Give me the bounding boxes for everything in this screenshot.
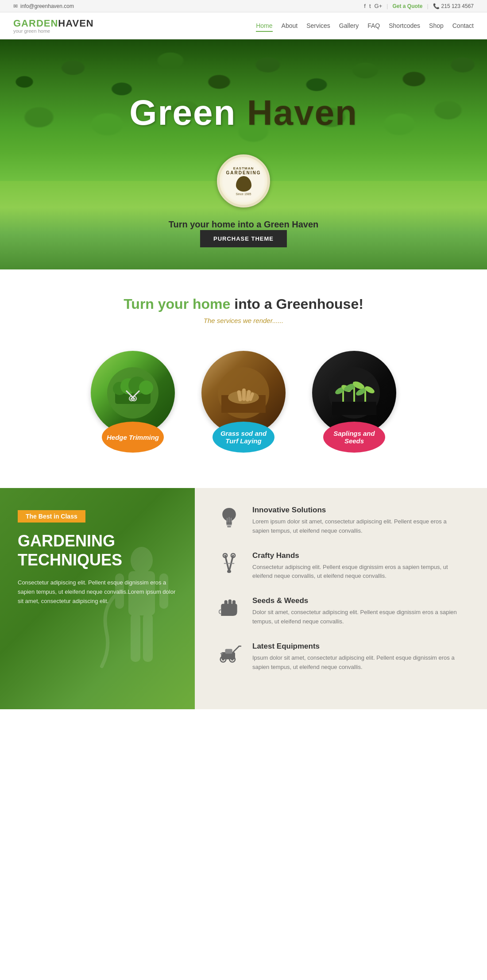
- nav-item-gallery[interactable]: Gallery: [339, 22, 359, 30]
- svg-rect-18: [332, 402, 376, 415]
- svg-rect-32: [131, 613, 140, 662]
- svg-line-50: [233, 646, 240, 652]
- best-in-class-badge: The Best in Class: [18, 510, 85, 523]
- svg-point-5: [139, 380, 153, 395]
- twitter-icon[interactable]: t: [369, 3, 371, 9]
- lightbulb-icon: [217, 506, 241, 530]
- feature-crafty-desc: Consectetur adipiscing elit. Pellent esq…: [252, 563, 465, 581]
- shears-icon: [217, 551, 241, 576]
- divider-1: |: [387, 3, 388, 9]
- glove-icon: [217, 596, 241, 621]
- get-quote-link[interactable]: Get a Quote: [392, 3, 422, 9]
- divider-2: |: [427, 3, 428, 9]
- feature-innovative-title: Innovative Solutions: [252, 506, 465, 515]
- services-grid: Hedge Trimming: [13, 342, 474, 461]
- hero-title: Green Haven: [0, 92, 487, 133]
- feature-seeds-title: Seeds & Weeds: [252, 596, 465, 605]
- techniques-title: GARDENING TECHNIQUES: [18, 531, 177, 569]
- feature-innovative-desc: Lorem ipsum dolor sit amet, consectetur …: [252, 517, 465, 536]
- hero-subtitle: Turn your home into a Green Haven: [0, 219, 487, 230]
- techniques-left: The Best in Class GARDENING TECHNIQUES C…: [0, 488, 195, 709]
- hero-title-dark: Haven: [247, 93, 358, 132]
- svg-point-43: [227, 569, 231, 573]
- feature-seeds-content: Seeds & Weeds Dolor sit amet, consectetu…: [252, 596, 465, 626]
- service-item-saplings: Saplings and Seeds: [310, 351, 398, 453]
- feature-crafty-content: Crafty Hands Consectetur adipiscing elit…: [252, 551, 465, 581]
- badge-silhouette: [236, 176, 251, 192]
- social-icons: f t G+: [364, 3, 382, 9]
- services-heading: Turn your home into a Greenhouse!: [13, 296, 474, 312]
- feature-equipment: Latest Equipments Ipsum dolor sit amet, …: [217, 642, 465, 672]
- svg-point-49: [231, 658, 233, 660]
- services-section: Turn your home into a Greenhouse! The se…: [0, 269, 487, 488]
- topbar-right: f t G+ | Get a Quote | 📞 215 123 4567: [364, 3, 474, 9]
- feature-seeds: Seeds & Weeds Dolor sit amet, consectetu…: [217, 596, 465, 626]
- feature-equipment-content: Latest Equipments Ipsum dolor sit amet, …: [252, 642, 465, 672]
- logo-green: GARDEN: [13, 18, 58, 29]
- services-heading-rest: into a Greenhouse!: [230, 296, 363, 312]
- topbar-email: info@greenhaven.com: [20, 3, 74, 9]
- feature-innovative: Innovative Solutions Lorem ipsum dolor s…: [217, 506, 465, 536]
- svg-rect-52: [225, 649, 232, 654]
- facebook-icon[interactable]: f: [364, 3, 366, 9]
- phone-number: 📞 215 123 4567: [433, 3, 474, 9]
- svg-rect-33: [143, 613, 153, 662]
- svg-rect-34: [226, 524, 232, 526]
- hero-title-green: Green: [129, 93, 236, 132]
- badge-top-text: EASTMAN: [233, 166, 254, 170]
- service-label-hedge: Hedge Trimming: [102, 422, 164, 453]
- svg-rect-14: [242, 388, 246, 401]
- feature-equipment-desc: Ipsum dolor sit amet, consectetur adipis…: [252, 653, 465, 672]
- techniques-content: The Best in Class GARDENING TECHNIQUES C…: [18, 510, 177, 606]
- service-item-hedge: Hedge Trimming: [89, 351, 177, 453]
- svg-rect-35: [227, 526, 231, 528]
- services-subheading: The services we render......: [13, 317, 474, 324]
- phone-icon: 📞: [433, 3, 440, 9]
- nav-item-home[interactable]: Home: [256, 22, 272, 30]
- topbar-left: ✉ info@greenhaven.com: [13, 3, 74, 9]
- nav-item-faq[interactable]: FAQ: [367, 22, 380, 30]
- hero-badge: EASTMAN GARDENING Since 1985: [217, 154, 270, 208]
- nav-item-contact[interactable]: Contact: [452, 22, 474, 30]
- badge-brand-text: GARDENING: [226, 170, 261, 175]
- techniques-right: Innovative Solutions Lorem ipsum dolor s…: [195, 488, 487, 709]
- logo[interactable]: GARDENHAVEN your green home: [13, 18, 94, 34]
- nav-item-shortcodes[interactable]: Shortcodes: [389, 22, 420, 30]
- navbar: GARDENHAVEN your green home Home About S…: [0, 12, 487, 39]
- service-label-grass: Grass sod and Turf Laying: [213, 422, 274, 453]
- svg-rect-53: [220, 653, 223, 654]
- logo-dark: HAVEN: [58, 18, 93, 29]
- nav-item-services[interactable]: Services: [306, 22, 330, 30]
- mower-icon: [217, 642, 241, 666]
- hero-section: Green Haven EASTMAN GARDENING Since 1985…: [0, 39, 487, 269]
- nav-links: Home About Services Gallery FAQ Shortcod…: [256, 22, 474, 30]
- feature-crafty-title: Crafty Hands: [252, 551, 465, 560]
- techniques-section: The Best in Class GARDENING TECHNIQUES C…: [0, 488, 487, 709]
- email-icon: ✉: [13, 3, 18, 9]
- googleplus-icon[interactable]: G+: [375, 3, 383, 9]
- topbar: ✉ info@greenhaven.com f t G+ | Get a Quo…: [0, 0, 487, 12]
- nav-item-about[interactable]: About: [282, 22, 298, 30]
- badge-inner: EASTMAN GARDENING Since 1985: [220, 157, 267, 205]
- service-item-grass: Grass sod and Turf Laying: [199, 351, 288, 453]
- phone-text: 215 123 4567: [441, 3, 474, 9]
- purchase-theme-button[interactable]: PURCHASE THEME: [200, 230, 287, 247]
- feature-crafty: Crafty Hands Consectetur adipiscing elit…: [217, 551, 465, 581]
- services-heading-highlight: Turn your home: [124, 296, 230, 312]
- badge-since-text: Since 1985: [236, 192, 251, 196]
- svg-point-47: [222, 658, 224, 660]
- feature-seeds-desc: Dolor sit amet, consectetur adipiscing e…: [252, 608, 465, 626]
- feature-equipment-title: Latest Equipments: [252, 642, 465, 651]
- feature-innovative-content: Innovative Solutions Lorem ipsum dolor s…: [252, 506, 465, 536]
- techniques-desc: Consectetur adipiscing elit. Pellent esq…: [18, 578, 177, 606]
- service-label-saplings: Saplings and Seeds: [323, 422, 385, 453]
- nav-item-shop[interactable]: Shop: [429, 22, 444, 30]
